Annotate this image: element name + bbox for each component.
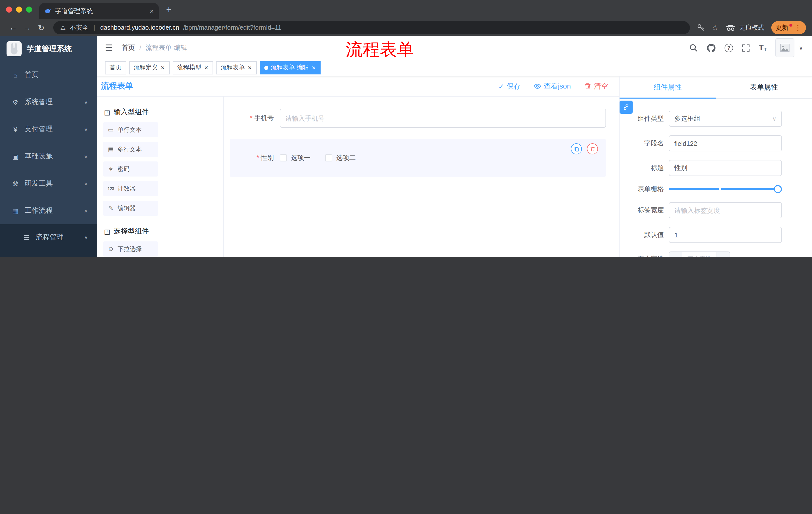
trash-icon [590,146,595,152]
tab-form-props[interactable]: 表单属性 [716,77,812,98]
back-button[interactable]: ← [6,21,20,35]
checkbox-icon [325,154,332,161]
sidebar-item-label: 工作流程 [25,206,53,215]
toolbar-right: ☆ 无痕模式 更新 ⋮ [697,21,806,34]
component-palette: ◳ 输入型组件 ▭ 单行文本 [97,97,224,257]
sidebar-item[interactable]: ⚙ 系统管理 ∨ [0,88,97,116]
delete-field-button[interactable] [587,143,598,154]
field-gender-selected[interactable]: 性别 选项一 [230,139,606,177]
checkbox-option[interactable]: 选项二 [325,154,356,162]
trash-icon [584,82,591,90]
address-bar[interactable]: ⚠ 不安全 | dashboard.yudao.iocoder.cn/bpm/m… [53,21,690,34]
forward-button[interactable]: → [20,21,34,35]
breadcrumb-home[interactable]: 首页 [122,43,135,52]
form-builder: 流程表单 ✓ 保存 查看json [97,77,619,257]
sidebar-item[interactable]: ▤ 流程表单 [0,250,97,257]
checkbox-option[interactable]: 选项一 [280,154,311,162]
copy-icon [574,146,579,152]
sidebar-item[interactable]: ▦ 工作流程 ∧ [0,197,97,224]
properties-form: 组件类型 多选框组 ∨ 字段名 标题 [619,99,812,257]
sidebar: 芋道管理系统 ⌂ 首页 ⚙ 系统管理 ∨ [0,36,97,257]
clear-button[interactable]: 清空 [584,82,608,91]
title-input[interactable] [669,160,782,176]
sidebar-item[interactable]: ☰ 流程管理 ∧ [0,224,97,250]
doc-link-button[interactable] [619,101,633,114]
reload-button[interactable]: ↻ [34,21,48,35]
default-value-input[interactable] [669,227,782,243]
new-tab-button[interactable]: + [162,2,176,17]
component-icon: ✎ [107,205,115,212]
field-name-label: 字段名 [628,139,664,148]
sidebar-item[interactable]: ⚒ 研发工具 ∨ [0,170,97,197]
update-label: 更新 [776,23,788,32]
github-icon[interactable] [706,43,716,53]
form-canvas: 手机号 性别 选项一 [224,97,619,257]
palette-item[interactable]: ▤ 多行文本 [103,142,158,157]
search-icon[interactable] [689,43,698,52]
chevron-down-icon: ∨ [772,115,776,122]
sidebar-item-icon: ⚙ [11,98,20,106]
grid-slider[interactable] [669,188,778,190]
sidebar-item[interactable]: ¥ 支付管理 ∨ [0,116,97,143]
palette-item-label: 计数器 [118,184,136,193]
fullscreen-icon[interactable] [742,44,750,52]
avatar-caret-icon[interactable]: ∨ [799,45,803,51]
palette-item[interactable]: ▭ 单行文本 [103,122,158,137]
browser-menu-icon[interactable]: ⋮ [794,24,802,32]
save-button[interactable]: ✓ 保存 [498,82,521,91]
minimize-window-button[interactable] [16,6,22,12]
copy-field-button[interactable] [571,143,582,154]
zoom-window-button[interactable] [26,6,32,12]
decrease-button[interactable]: − [669,252,683,257]
min-select-placeholder[interactable]: 至少应选 [683,255,717,257]
sidebar-item-icon: ▦ [11,207,20,215]
component-type-value: 多选框组 [674,114,700,123]
checkbox-label: 选项二 [336,154,356,162]
sidebar-item[interactable]: ⌂ 首页 [0,61,97,88]
workspace: 流程表单 ✓ 保存 查看json [97,77,812,257]
slider-handle[interactable] [774,185,782,193]
field-actions [571,143,598,154]
help-icon[interactable]: ? [725,44,733,52]
palette-item[interactable]: 123 计数器 [103,181,158,196]
sidebar-toggle-icon[interactable]: ☰ [105,43,113,53]
browser-tab[interactable]: 芋道管理系统 × [39,3,159,19]
avatar[interactable] [775,38,794,57]
page-tag[interactable]: 流程模型 × [173,61,213,74]
sidebar-item-label: 流程管理 [36,233,64,242]
tab-close-icon[interactable]: × [150,7,154,15]
tag-close-icon[interactable]: × [160,64,165,71]
page-tag[interactable]: 流程表单-编辑 × [260,61,321,74]
url-host: dashboard.yudao.iocoder.cn [100,24,179,31]
tag-close-icon[interactable]: × [204,64,208,71]
password-key-icon[interactable] [697,24,705,32]
avatar-placeholder-icon [780,43,790,53]
palette-item[interactable]: ⊙ 下拉选择 [103,241,158,256]
phone-input[interactable] [280,109,606,128]
tag-close-icon[interactable]: × [312,64,316,71]
close-window-button[interactable] [6,6,12,12]
tab-component-props[interactable]: 组件属性 [619,77,716,98]
font-size-icon[interactable]: TT [759,43,767,52]
page-tag[interactable]: 首页 [105,61,126,74]
page-tag[interactable]: 流程表单 × [216,61,257,74]
field-name-input[interactable] [669,135,782,152]
tag-close-icon[interactable]: × [247,64,252,71]
page-tag[interactable]: 流程定义 × [129,61,170,74]
palette-group-title: ◳ 选择型组件 [104,227,217,236]
palette-group-title: ◳ 输入型组件 [104,108,217,117]
label-width-input[interactable] [669,202,782,218]
tag-label: 流程定义 [134,63,158,72]
component-type-label: 组件类型 [628,114,664,123]
palette-item[interactable]: ✎ 编辑器 [103,201,158,216]
bookmark-star-icon[interactable]: ☆ [712,23,719,32]
sidebar-item-icon: ¥ [11,126,20,133]
view-json-button[interactable]: 查看json [534,82,571,91]
field-phone[interactable]: 手机号 [230,109,606,128]
component-type-select[interactable]: 多选框组 ∨ [669,111,782,127]
sidebar-item[interactable]: ▣ 基础设施 ∨ [0,143,97,170]
update-browser-button[interactable]: 更新 ⋮ [771,21,806,34]
palette-item[interactable]: ∗ 密码 [103,161,158,177]
page: 芋道管理系统 × + ← → ↻ ⚠ 不安全 | dashboard.yudao… [0,0,812,257]
increase-button[interactable]: + [717,252,730,257]
